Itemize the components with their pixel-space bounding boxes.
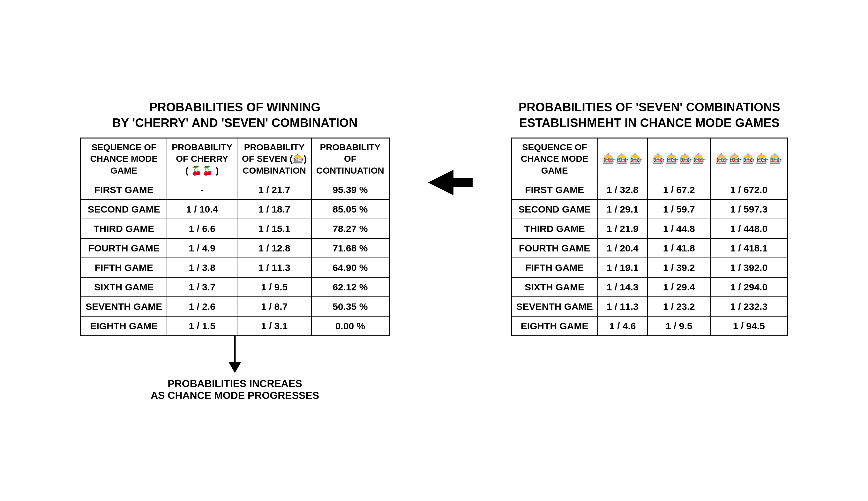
left-header-seven: PROBABILITYOF SEVEN (🎰)COMBINATION bbox=[237, 138, 311, 180]
left-continuation-cell: 64.90 % bbox=[311, 258, 389, 277]
right-five7-cell: 1 / 418.1 bbox=[711, 238, 787, 258]
left-seven-cell: 1 / 18.7 bbox=[237, 200, 311, 219]
left-seq-cell: EIGHTH GAME bbox=[81, 316, 167, 336]
right-three7-cell: 1 / 14.3 bbox=[598, 277, 647, 297]
left-seven-cell: 1 / 12.8 bbox=[237, 238, 311, 258]
left-continuation-cell: 85.05 % bbox=[311, 200, 389, 219]
right-three7-cell: 1 / 21.9 bbox=[598, 219, 647, 238]
middle-arrow-container bbox=[428, 170, 473, 195]
right-seq-cell: SECOND GAME bbox=[511, 200, 598, 219]
right-five7-cell: 1 / 448.0 bbox=[711, 219, 787, 238]
left-section: PROBABILITIES OF WINNING BY 'CHERRY' AND… bbox=[80, 99, 389, 402]
left-table-row: THIRD GAME 1 / 6.6 1 / 15.1 78.27 % bbox=[81, 219, 389, 238]
left-title: PROBABILITIES OF WINNING BY 'CHERRY' AND… bbox=[112, 99, 358, 131]
left-continuation-cell: 50.35 % bbox=[311, 297, 389, 316]
left-seq-cell: SEVENTH GAME bbox=[81, 297, 167, 316]
left-seq-cell: SIXTH GAME bbox=[81, 277, 167, 297]
left-table-row: EIGHTH GAME 1 / 1.5 1 / 3.1 0.00 % bbox=[81, 316, 389, 336]
left-seq-cell: SECOND GAME bbox=[81, 200, 167, 219]
right-table-row: FIRST GAME 1 / 32.8 1 / 67.2 1 / 672.0 bbox=[511, 180, 787, 200]
left-cherry-cell: 1 / 6.6 bbox=[167, 219, 237, 238]
left-seven-cell: 1 / 11.3 bbox=[237, 258, 311, 277]
left-continuation-cell: 62.12 % bbox=[311, 277, 389, 297]
right-seq-cell: FIFTH GAME bbox=[511, 258, 598, 277]
right-header-four7: 🎰🎰🎰🎰 bbox=[647, 138, 711, 180]
right-title: PROBABILITIES OF 'SEVEN' COMBINATIONS ES… bbox=[518, 99, 780, 131]
left-table-row: FIRST GAME - 1 / 21.7 95.39 % bbox=[81, 180, 389, 200]
right-header-five7: 🎰🎰🎰🎰🎰 bbox=[711, 138, 787, 180]
down-arrow-svg bbox=[222, 336, 248, 375]
right-four7-cell: 1 / 9.5 bbox=[647, 316, 711, 336]
left-seven-cell: 1 / 3.1 bbox=[237, 316, 311, 336]
left-seq-cell: FIFTH GAME bbox=[81, 258, 167, 277]
page-container: PROBABILITIES OF WINNING BY 'CHERRY' AND… bbox=[13, 99, 855, 402]
left-header-seq: SEQUENCE OFCHANCE MODEGAME bbox=[81, 138, 167, 180]
right-seq-cell: SIXTH GAME bbox=[511, 277, 598, 297]
right-table-row: THIRD GAME 1 / 21.9 1 / 44.8 1 / 448.0 bbox=[511, 219, 787, 238]
right-three7-cell: 1 / 32.8 bbox=[598, 180, 647, 200]
left-cherry-cell: 1 / 2.6 bbox=[167, 297, 237, 316]
left-seq-cell: THIRD GAME bbox=[81, 219, 167, 238]
right-table-row: SEVENTH GAME 1 / 11.3 1 / 23.2 1 / 232.3 bbox=[511, 297, 787, 316]
left-seven-cell: 1 / 9.5 bbox=[237, 277, 311, 297]
left-table-row: SEVENTH GAME 1 / 2.6 1 / 8.7 50.35 % bbox=[81, 297, 389, 316]
right-table: SEQUENCE OFCHANCE MODEGAME 🎰🎰🎰 🎰🎰🎰🎰 🎰🎰🎰🎰… bbox=[511, 138, 788, 336]
right-title-line1: PROBABILITIES OF 'SEVEN' COMBINATIONS bbox=[518, 100, 780, 114]
left-header-cherry: PROBABILITYOF CHERRY( 🍒🍒 ) bbox=[167, 138, 237, 180]
right-three7-cell: 1 / 29.1 bbox=[598, 200, 647, 219]
right-four7-cell: 1 / 67.2 bbox=[647, 180, 711, 200]
right-seq-cell: THIRD GAME bbox=[511, 219, 598, 238]
svg-marker-2 bbox=[428, 170, 473, 195]
left-cherry-cell: - bbox=[167, 180, 237, 200]
left-seven-cell: 1 / 21.7 bbox=[237, 180, 311, 200]
left-table: SEQUENCE OFCHANCE MODEGAME PROBABILITYOF… bbox=[80, 138, 389, 336]
right-four7-cell: 1 / 29.4 bbox=[647, 277, 711, 297]
left-cherry-cell: 1 / 1.5 bbox=[167, 316, 237, 336]
arrow-label: PROBABILITIES INCREAES AS CHANCE MODE PR… bbox=[151, 378, 319, 402]
left-table-row: SECOND GAME 1 / 10.4 1 / 18.7 85.05 % bbox=[81, 200, 389, 219]
right-four7-cell: 1 / 39.2 bbox=[647, 258, 711, 277]
right-five7-cell: 1 / 672.0 bbox=[711, 180, 787, 200]
right-three7-cell: 1 / 4.6 bbox=[598, 316, 647, 336]
right-four7-cell: 1 / 23.2 bbox=[647, 297, 711, 316]
left-cherry-cell: 1 / 4.9 bbox=[167, 238, 237, 258]
left-table-row: FOURTH GAME 1 / 4.9 1 / 12.8 71.68 % bbox=[81, 238, 389, 258]
right-seq-cell: SEVENTH GAME bbox=[511, 297, 598, 316]
right-four7-cell: 1 / 59.7 bbox=[647, 200, 711, 219]
right-section: PROBABILITIES OF 'SEVEN' COMBINATIONS ES… bbox=[511, 99, 788, 336]
left-continuation-cell: 0.00 % bbox=[311, 316, 389, 336]
right-title-line2: ESTABLISHMEHT IN CHANCE MODE GAMES bbox=[519, 116, 780, 130]
right-seq-cell: EIGHTH GAME bbox=[511, 316, 598, 336]
right-five7-cell: 1 / 392.0 bbox=[711, 258, 787, 277]
right-four7-cell: 1 / 44.8 bbox=[647, 219, 711, 238]
right-five7-cell: 1 / 94.5 bbox=[711, 316, 787, 336]
arrow-label-line2: AS CHANCE MODE PROGRESSES bbox=[151, 390, 319, 401]
left-arrow-svg bbox=[428, 170, 473, 195]
left-seven-cell: 1 / 15.1 bbox=[237, 219, 311, 238]
right-seq-cell: FIRST GAME bbox=[511, 180, 598, 200]
right-table-row: FIFTH GAME 1 / 19.1 1 / 39.2 1 / 392.0 bbox=[511, 258, 787, 277]
right-five7-cell: 1 / 294.0 bbox=[711, 277, 787, 297]
left-seq-cell: FIRST GAME bbox=[81, 180, 167, 200]
svg-marker-1 bbox=[228, 362, 241, 373]
right-seq-cell: FOURTH GAME bbox=[511, 238, 598, 258]
left-title-line1: PROBABILITIES OF WINNING bbox=[149, 100, 320, 114]
arrow-label-line1: PROBABILITIES INCREAES bbox=[168, 378, 302, 389]
right-three7-cell: 1 / 11.3 bbox=[598, 297, 647, 316]
left-seven-cell: 1 / 8.7 bbox=[237, 297, 311, 316]
left-header-continuation: PROBABILITYOFCONTINUATION bbox=[311, 138, 389, 180]
right-table-row: EIGHTH GAME 1 / 4.6 1 / 9.5 1 / 94.5 bbox=[511, 316, 787, 336]
right-table-row: FOURTH GAME 1 / 20.4 1 / 41.8 1 / 418.1 bbox=[511, 238, 787, 258]
left-continuation-cell: 95.39 % bbox=[311, 180, 389, 200]
right-three7-cell: 1 / 20.4 bbox=[598, 238, 647, 258]
left-title-line2: BY 'CHERRY' AND 'SEVEN' COMBINATION bbox=[112, 116, 358, 130]
right-table-row: SIXTH GAME 1 / 14.3 1 / 29.4 1 / 294.0 bbox=[511, 277, 787, 297]
right-four7-cell: 1 / 41.8 bbox=[647, 238, 711, 258]
left-continuation-cell: 71.68 % bbox=[311, 238, 389, 258]
right-table-row: SECOND GAME 1 / 29.1 1 / 59.7 1 / 597.3 bbox=[511, 200, 787, 219]
left-cherry-cell: 1 / 3.7 bbox=[167, 277, 237, 297]
right-five7-cell: 1 / 597.3 bbox=[711, 200, 787, 219]
right-header-seq: SEQUENCE OFCHANCE MODEGAME bbox=[511, 138, 598, 180]
left-seq-cell: FOURTH GAME bbox=[81, 238, 167, 258]
left-continuation-cell: 78.27 % bbox=[311, 219, 389, 238]
